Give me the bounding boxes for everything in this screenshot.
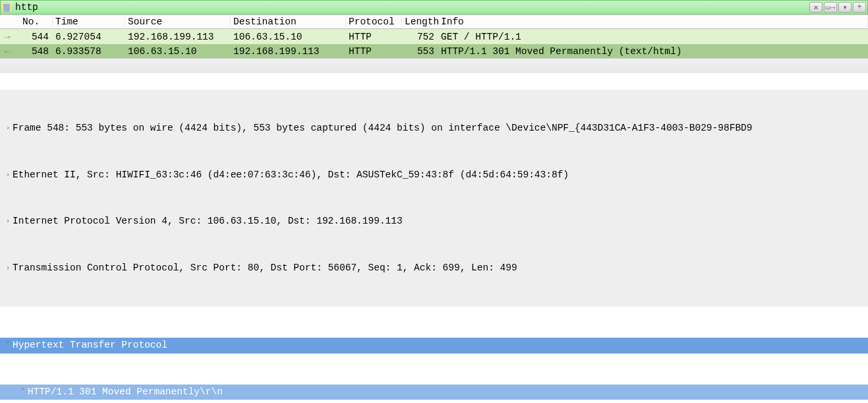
tree-item[interactable]: ˅HTTP/1.1 301 Moved Permanently\r\n: [0, 385, 868, 400]
col-info[interactable]: Info: [438, 16, 868, 27]
cell-length: 752: [402, 32, 438, 42]
tree-item[interactable]: ›Internet Protocol Version 4, Src: 106.6…: [0, 214, 868, 230]
chevron-right-icon: ›: [3, 168, 13, 183]
chevron-down-icon: ˅: [3, 338, 13, 354]
col-protocol[interactable]: Protocol: [346, 16, 402, 27]
chevron-right-icon: ›: [3, 121, 13, 137]
chevron-down-icon: ˅: [18, 385, 28, 400]
add-filter-button[interactable]: +: [853, 2, 866, 13]
cell-protocol: HTTP: [346, 46, 402, 57]
cell-time: 6.933578: [53, 46, 125, 57]
cell-no: 548: [20, 46, 53, 57]
tree-item[interactable]: ›Transmission Control Protocol, Src Port…: [0, 261, 868, 276]
cell-protocol: HTTP: [346, 32, 402, 42]
cell-length: 553: [402, 46, 438, 57]
tree-item[interactable]: ›Ethernet II, Src: HIWIFI_63:3c:46 (d4:e…: [0, 168, 868, 183]
cell-info: HTTP/1.1 301 Moved Permanently (text/htm…: [438, 46, 868, 57]
cell-source: 192.168.199.113: [125, 32, 231, 42]
chevron-right-icon: ›: [3, 214, 13, 230]
cell-time: 6.927054: [53, 32, 125, 42]
packet-row[interactable]: → 544 6.927054 192.168.199.113 106.63.15…: [0, 29, 868, 44]
packet-details-pane: ›Frame 548: 553 bytes on wire (4424 bits…: [0, 58, 868, 403]
arrow-left-icon: ←: [0, 46, 14, 57]
packet-row[interactable]: ← 548 6.933578 106.63.15.10 192.168.199.…: [0, 44, 868, 58]
col-destination[interactable]: Destination: [231, 16, 346, 27]
col-length[interactable]: Length: [402, 16, 438, 27]
cell-info: GET / HTTP/1.1: [438, 32, 868, 42]
cell-destination: 192.168.199.113: [231, 46, 346, 57]
tree-item[interactable]: ˅Hypertext Transfer Protocol: [0, 338, 868, 354]
cell-source: 106.63.15.10: [125, 46, 231, 57]
display-filter-bar: ✕ ▭→ ▾ +: [0, 0, 868, 15]
col-source[interactable]: Source: [125, 16, 231, 27]
cell-no: 544: [20, 32, 53, 42]
chevron-right-icon: ›: [3, 261, 13, 276]
apply-filter-button[interactable]: ▭→: [824, 2, 837, 13]
arrow-right-icon: →: [0, 32, 14, 42]
col-no[interactable]: No.: [20, 16, 53, 27]
bookmark-icon[interactable]: [2, 3, 11, 12]
packet-list-header: No. Time Source Destination Protocol Len…: [0, 15, 868, 29]
cell-destination: 106.63.15.10: [231, 32, 346, 42]
col-time[interactable]: Time: [53, 16, 125, 27]
filter-dropdown-button[interactable]: ▾: [838, 2, 852, 13]
display-filter-input[interactable]: [14, 1, 809, 13]
tree-item[interactable]: ›Frame 548: 553 bytes on wire (4424 bits…: [0, 121, 868, 137]
clear-filter-button[interactable]: ✕: [809, 2, 823, 13]
